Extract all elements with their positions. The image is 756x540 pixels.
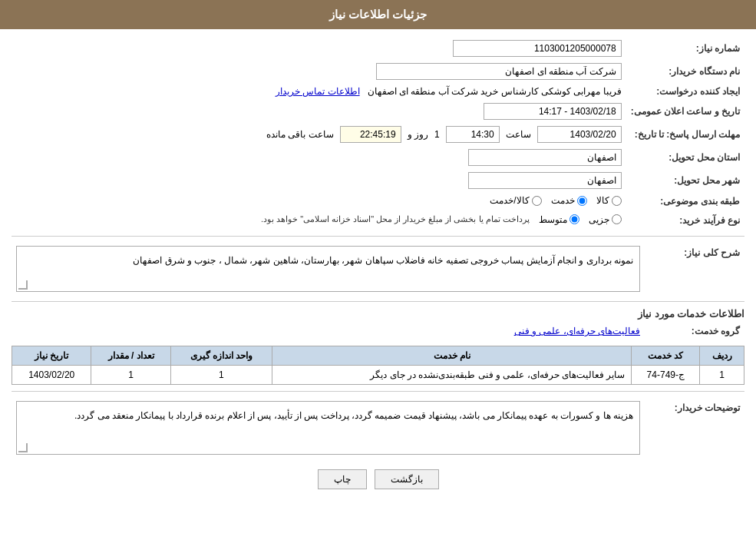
requester-value: فریبا مهرابی کوشکی کارشناس خرید شرکت آب … <box>368 86 622 97</box>
days-value: 1 <box>434 129 440 140</box>
description-cell: نمونه برداری و انجام آزمایش پساب خروجی ت… <box>12 243 645 295</box>
description-label: شرح کلی نیاز: <box>645 243 744 295</box>
remaining-input <box>340 126 401 143</box>
category-khadamat-label: خدمت <box>551 195 575 206</box>
col-header-row: ردیف <box>700 346 744 366</box>
requester-link[interactable]: اطلاعات تماس خریدار <box>276 86 360 97</box>
buyer-notes-box: هزینه ها و کسورات به عهده پیمانکار می با… <box>16 401 640 455</box>
category-khadamat-radio[interactable] <box>577 196 587 206</box>
buttons-row: بازگشت چاپ <box>12 469 744 489</box>
announce-time-label: تاریخ و ساعت اعلان عمومی: <box>626 100 744 123</box>
days-label: روز و <box>408 129 428 140</box>
process-motavaset-label: متوسط <box>539 214 567 225</box>
category-kala-option[interactable]: کالا <box>596 195 622 206</box>
need-number-cell <box>12 37 626 60</box>
process-type-cell: جزیی متوسط پرداخت تمام یا بخشی از مبلغ خ… <box>12 211 626 230</box>
table-row: 1 ج-749-74 سایر فعالیت‌های حرفه‌ای، علمی… <box>12 366 744 385</box>
category-kala-khadamat-radio[interactable] <box>532 196 542 206</box>
category-kala-radio[interactable] <box>612 196 622 206</box>
requester-cell: فریبا مهرابی کوشکی کارشناس خرید شرکت آب … <box>12 83 626 100</box>
category-label: طبقه بندی موضوعی: <box>626 192 744 211</box>
response-time-label: ساعت <box>506 129 531 140</box>
cell-code: ج-749-74 <box>632 366 700 385</box>
buyer-org-label: نام دستگاه خریدار: <box>626 60 744 83</box>
page-header: جزئیات اطلاعات نیاز <box>0 0 756 29</box>
col-header-unit: واحد اندازه گیری <box>170 346 272 366</box>
buyer-notes-text: هزینه ها و کسورات به عهده پیمانکار می با… <box>74 410 633 421</box>
services-section-title: اطلاعات خدمات مورد نیاز <box>12 308 744 320</box>
buyer-org-input[interactable] <box>376 63 622 80</box>
city-input[interactable] <box>468 172 622 189</box>
buyer-org-cell <box>12 60 626 83</box>
cell-qty: 1 <box>91 366 170 385</box>
process-motavaset-radio[interactable] <box>569 214 579 224</box>
process-type-label: نوع فرآیند خرید: <box>626 211 744 230</box>
description-text: نمونه برداری و انجام آزمایش پساب خروجی ت… <box>133 255 633 266</box>
process-jozii-radio[interactable] <box>612 214 622 224</box>
description-box: نمونه برداری و انجام آزمایش پساب خروجی ت… <box>16 246 640 292</box>
category-kala-khadamat-option[interactable]: کالا/خدمت <box>490 195 541 206</box>
cell-date: 1403/02/20 <box>12 366 91 385</box>
service-group-table: گروه خدمت: فعالیت‌های حرفه‌ای، علمی و فن… <box>12 323 744 340</box>
need-number-label: شماره نیاز: <box>626 37 744 60</box>
city-cell <box>12 169 626 192</box>
process-jozii-label: جزیی <box>589 214 609 225</box>
print-button[interactable]: چاپ <box>318 469 367 489</box>
page-title: جزئیات اطلاعات نیاز <box>329 8 427 21</box>
category-kala-label: کالا <box>596 195 609 206</box>
process-motavaset-option[interactable]: متوسط <box>539 214 579 225</box>
announce-time-cell <box>12 100 626 123</box>
need-number-input[interactable] <box>453 40 622 57</box>
remaining-label: ساعت باقی مانده <box>266 129 334 140</box>
process-jozii-option[interactable]: جزیی <box>589 214 622 225</box>
requester-label: ایجاد کننده درخواست: <box>626 83 744 100</box>
divider-2 <box>12 301 744 302</box>
divider-1 <box>12 236 744 237</box>
response-time-input[interactable] <box>446 126 500 143</box>
announce-time-input[interactable] <box>484 103 622 120</box>
col-header-date: تاریخ نیاز <box>12 346 91 366</box>
cell-unit: 1 <box>170 366 272 385</box>
main-info-table: شماره نیاز: نام دستگاه خریدار: ایجاد کنن… <box>12 37 744 230</box>
divider-3 <box>12 391 744 392</box>
category-khadamat-option[interactable]: خدمت <box>551 195 587 206</box>
buyer-notes-label: توضیحات خریدار: <box>645 398 744 458</box>
city-label: شهر محل تحویل: <box>626 169 744 192</box>
category-kala-khadamat-label: کالا/خدمت <box>490 195 529 206</box>
buyer-notes-cell: هزینه ها و کسورات به عهده پیمانکار می با… <box>12 398 645 458</box>
services-table: ردیف کد خدمت نام خدمت واحد اندازه گیری ت… <box>12 346 744 385</box>
service-group-value[interactable]: فعالیت‌های حرفه‌ای، علمی و فنی <box>514 326 640 336</box>
description-table: شرح کلی نیاز: نمونه برداری و انجام آزمای… <box>12 243 744 295</box>
response-date-input[interactable] <box>537 126 622 143</box>
province-input[interactable] <box>468 149 622 166</box>
province-label: استان محل تحویل: <box>626 146 744 169</box>
response-deadline-cell: ساعت 1 روز و ساعت باقی مانده <box>12 123 626 146</box>
service-group-label: گروه خدمت: <box>645 323 744 340</box>
cell-name: سایر فعالیت‌های حرفه‌ای، علمی و فنی طبقه… <box>272 366 632 385</box>
service-group-cell: فعالیت‌های حرفه‌ای، علمی و فنی <box>12 323 645 340</box>
buyer-notes-table: توضیحات خریدار: هزینه ها و کسورات به عهد… <box>12 398 744 458</box>
province-cell <box>12 146 626 169</box>
col-header-name: نام خدمت <box>272 346 632 366</box>
col-header-qty: تعداد / مقدار <box>91 346 170 366</box>
cell-row: 1 <box>700 366 744 385</box>
back-button[interactable]: بازگشت <box>375 469 439 489</box>
col-header-code: کد خدمت <box>632 346 700 366</box>
process-note: پرداخت تمام یا بخشی از مبلغ خریدار از مح… <box>261 214 530 224</box>
response-deadline-label: مهلت ارسال پاسخ: تا تاریخ: <box>626 123 744 146</box>
category-cell: کالا خدمت کالا/خدمت <box>12 192 626 211</box>
